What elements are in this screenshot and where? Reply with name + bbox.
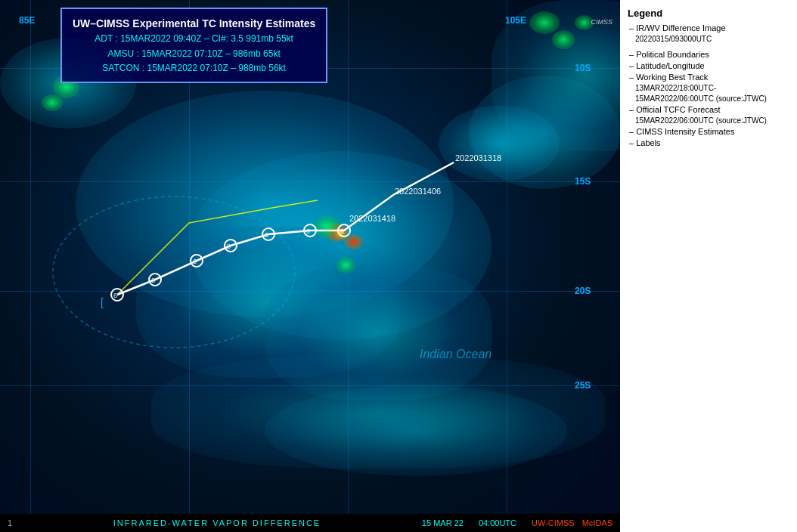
legend-tcfc: – Official TCFC Forecast xyxy=(628,105,789,114)
grid-label-15s: 15S xyxy=(575,176,591,187)
legend-irwv-date: 20220315/093000UTC xyxy=(628,35,789,43)
convective-cell-5 xyxy=(333,227,348,240)
grid-label-20s: 20S xyxy=(575,286,591,296)
info-title: UW–CIMSS Experimental TC Intensity Estim… xyxy=(73,15,315,32)
cloud-formation-8 xyxy=(439,106,560,181)
legend-labels: – Labels xyxy=(628,138,789,147)
convective-cell-4 xyxy=(336,257,355,274)
legend-latlon: – Latitude/Longitude xyxy=(628,61,789,70)
grid-v-85e xyxy=(30,0,31,532)
status-source: UW-CIMSS xyxy=(532,518,575,527)
legend-wbt-date2: 15MAR2022/06:00UTC (source:JTWC) xyxy=(628,94,789,103)
cloud-band-2 xyxy=(265,385,567,476)
legend-polbnd: – Political Boundaries xyxy=(628,50,789,59)
ocean-label: Indian Ocean xyxy=(420,348,492,361)
right-panel: Legend – IR/WV Difference Image 20220315… xyxy=(620,0,797,532)
grid-v-100e xyxy=(507,0,507,532)
land-mass-2 xyxy=(552,30,575,49)
legend-cimss-int: – CIMSS Intensity Estimates xyxy=(628,127,789,136)
grid-h-25s xyxy=(0,385,620,386)
grid-label-105e: 105E xyxy=(505,15,526,26)
status-product: INFRARED-WATER VAPOR DIFFERENCE xyxy=(12,518,422,527)
grid-h-20s xyxy=(0,291,620,292)
cimss-logo-small: CIMSS xyxy=(591,14,612,27)
grid-h-15s xyxy=(0,181,620,182)
legend-title: Legend xyxy=(628,8,789,19)
info-satcon: SATCON : 15MAR2022 07:10Z – 988mb 56kt xyxy=(73,61,315,76)
legend-wbt-date1: 13MAR2022/18:00UTC- xyxy=(628,84,789,92)
grid-v-95e xyxy=(348,0,349,532)
status-app: McIDAS xyxy=(582,518,612,527)
grid-label-10s: 10S xyxy=(575,63,591,73)
land-mass-5 xyxy=(42,94,63,111)
status-date: 15 MAR 22 xyxy=(422,518,464,527)
land-mass-1 xyxy=(529,11,560,34)
grid-label-25s: 25S xyxy=(575,380,591,391)
status-time: 04:00UTC xyxy=(479,518,516,527)
info-amsu: AMSU : 15MAR2022 07:10Z – 986mb 65kt xyxy=(73,47,315,61)
map-area: 85E 105E 10S 15S 20S 25S Indian Ocean 6 … xyxy=(0,0,620,532)
grid-label-85e: 85E xyxy=(19,15,35,26)
info-box: UW–CIMSS Experimental TC Intensity Estim… xyxy=(60,8,327,83)
info-adt: ADT : 15MAR2022 09:40Z – CI#: 3.5 991mb … xyxy=(73,32,315,46)
legend-wbt: – Working Best Track xyxy=(628,73,789,82)
legend-irwv: – IR/WV Difference Image xyxy=(628,23,789,32)
legend-tcfc-date: 15MAR2022/06:00UTC (source:JTWC) xyxy=(628,116,789,125)
status-bar: 1 INFRARED-WATER VAPOR DIFFERENCE 15 MAR… xyxy=(0,514,620,532)
